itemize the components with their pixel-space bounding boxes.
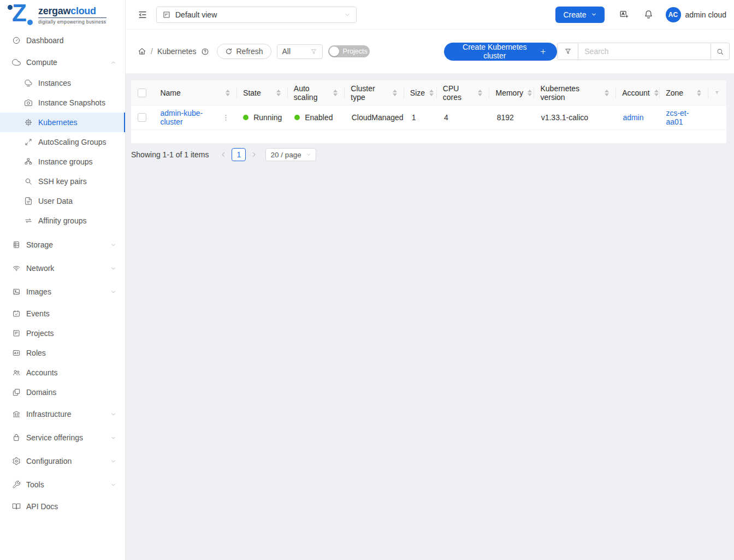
view-selector[interactable]: Default view — [156, 7, 357, 23]
sidebar-item-storage[interactable]: Storage — [0, 234, 125, 256]
column-header-memory[interactable]: Memory — [489, 80, 534, 105]
user-name[interactable]: admin cloud — [685, 10, 727, 19]
select-all-cell — [131, 80, 153, 105]
sidebar-item-compute[interactable]: Compute — [0, 51, 125, 73]
menu-fold-icon[interactable] — [138, 10, 147, 20]
sidebar-item-label: Kubernetes — [38, 118, 78, 127]
table-row: admin-kube-clusterRunningEnabledCloudMan… — [131, 105, 726, 130]
sort-icon[interactable] — [473, 90, 482, 96]
column-header-size[interactable]: Size — [404, 80, 436, 105]
picture-icon — [12, 287, 21, 296]
brand-logo[interactable]: Z zergawcloud digitally empowering busin… — [0, 0, 125, 30]
home-icon[interactable] — [138, 47, 146, 56]
sidebar-item-instance-snapshots[interactable]: Instance Snapshots — [0, 93, 125, 113]
column-header-cpu-cores[interactable]: CPU cores — [436, 80, 489, 105]
sort-icon[interactable] — [272, 90, 281, 96]
column-header-account[interactable]: Account — [615, 80, 659, 105]
projects-toggle[interactable]: Projects — [328, 45, 370, 57]
column-header-state[interactable]: State — [236, 80, 287, 105]
sidebar-item-affinity-groups[interactable]: Affinity groups — [0, 211, 125, 231]
create-button[interactable]: Create — [555, 7, 604, 23]
column-label: CPU cores — [443, 84, 474, 102]
sidebar-item-service-offerings[interactable]: Service offerings — [0, 427, 125, 449]
account-link[interactable]: admin — [623, 113, 643, 122]
gear-icon — [12, 457, 21, 465]
sort-icon[interactable] — [650, 90, 659, 96]
search-input[interactable] — [578, 43, 711, 60]
sidebar-item-roles[interactable]: Roles — [0, 343, 125, 363]
sort-icon[interactable] — [523, 90, 532, 96]
sort-icon[interactable] — [425, 90, 434, 96]
create-kubernetes-cluster-button[interactable]: Create Kubernetes cluster — [444, 43, 557, 61]
sidebar-item-events[interactable]: Events — [0, 304, 125, 323]
sidebar-item-tools[interactable]: Tools — [0, 474, 125, 496]
sidebar-item-kubernetes[interactable]: Kubernetes — [0, 113, 125, 132]
sidebar-item-label: Tools — [26, 480, 44, 489]
sidebar-item-projects[interactable]: Projects — [0, 323, 125, 343]
cell-kubernetes-version: v1.33.1-calico — [535, 105, 617, 129]
sidebar-item-dashboard[interactable]: Dashboard — [0, 30, 125, 51]
select-all-checkbox[interactable] — [138, 89, 146, 97]
chevron-down-icon — [110, 482, 116, 488]
sidebar-item-domains[interactable]: Domains — [0, 382, 125, 402]
kubernetes-table: Name State Auto scaling Cluster type Siz… — [131, 80, 726, 143]
cluster-name-link[interactable]: admin-kube-cluster — [160, 109, 222, 126]
sort-icon[interactable] — [388, 90, 397, 96]
user-avatar[interactable]: AC — [666, 7, 681, 22]
column-label: Auto scaling — [294, 84, 329, 102]
table-filter-icon[interactable] — [708, 80, 726, 105]
sidebar-item-instance-groups[interactable]: Instance groups — [0, 152, 125, 172]
wrench-icon — [12, 480, 21, 489]
sidebar-item-label: Instances — [38, 79, 71, 87]
previous-page-icon[interactable] — [220, 151, 227, 158]
column-header-cluster-type[interactable]: Cluster type — [344, 80, 403, 105]
column-header-zone[interactable]: Zone — [659, 80, 708, 105]
filter-select[interactable]: All — [277, 44, 323, 59]
sidebar-item-user-data[interactable]: User Data — [0, 191, 125, 211]
sidebar-item-label: Storage — [26, 240, 53, 249]
page-size-select[interactable]: 20 / page — [265, 148, 316, 161]
column-label: Cluster type — [351, 84, 388, 102]
cloud-server-icon — [24, 79, 33, 87]
column-header-auto-scaling[interactable]: Auto scaling — [287, 80, 345, 105]
id-card-icon — [12, 349, 21, 357]
sidebar-item-images[interactable]: Images — [0, 281, 125, 303]
sidebar-item-configuration[interactable]: Configuration — [0, 450, 125, 472]
zone-link[interactable]: zcs-et-aa01 — [666, 109, 701, 126]
search-icon[interactable] — [711, 43, 729, 60]
sidebar-item-label: Instance Snapshots — [38, 98, 105, 107]
sidebar-item-network[interactable]: Network — [0, 257, 125, 279]
sidebar-item-label: Dashboard — [26, 36, 64, 45]
sidebar-item-infrastructure[interactable]: Infrastructure — [0, 403, 125, 425]
language-add-icon[interactable] — [619, 9, 629, 20]
refresh-button[interactable]: Refresh — [217, 44, 271, 59]
sort-icon[interactable] — [600, 90, 609, 96]
sidebar-item-instances[interactable]: Instances — [0, 73, 125, 93]
help-icon[interactable] — [201, 48, 209, 56]
sidebar-item-label: Images — [26, 287, 51, 296]
search-filter-funnel-icon[interactable] — [558, 43, 578, 60]
page-number-button[interactable]: 1 — [232, 148, 246, 161]
column-header-name[interactable]: Name — [153, 80, 236, 105]
main-area: Default view Create AC admin cloud — [126, 0, 734, 560]
column-header-kubernetes-version[interactable]: Kubernetes version — [534, 80, 615, 105]
breadcrumb-page: Kubernetes — [157, 47, 197, 56]
notifications-bell-icon[interactable] — [643, 9, 654, 20]
sort-icon[interactable] — [329, 90, 338, 96]
next-page-icon[interactable] — [251, 151, 257, 158]
row-actions-icon[interactable] — [222, 114, 230, 122]
calendar-check-icon — [12, 309, 21, 318]
column-label: State — [243, 89, 261, 97]
sidebar-item-accounts[interactable]: Accounts — [0, 363, 125, 382]
sidebar-item-label: Configuration — [26, 457, 72, 465]
sidebar-item-autoscaling-groups[interactable]: AutoScaling Groups — [0, 132, 125, 152]
column-label: Name — [160, 89, 180, 97]
row-checkbox[interactable] — [138, 113, 146, 122]
sidebar-item-ssh-key-pairs[interactable]: SSH key pairs — [0, 172, 125, 191]
sort-icon[interactable] — [221, 90, 230, 96]
sort-icon[interactable] — [692, 90, 701, 96]
cell-cluster-type: CloudManaged — [345, 105, 405, 129]
cell-value: v1.33.1-calico — [541, 113, 588, 122]
sidebar-item-api-docs[interactable]: API Docs — [0, 496, 125, 517]
column-label: Account — [622, 89, 650, 97]
